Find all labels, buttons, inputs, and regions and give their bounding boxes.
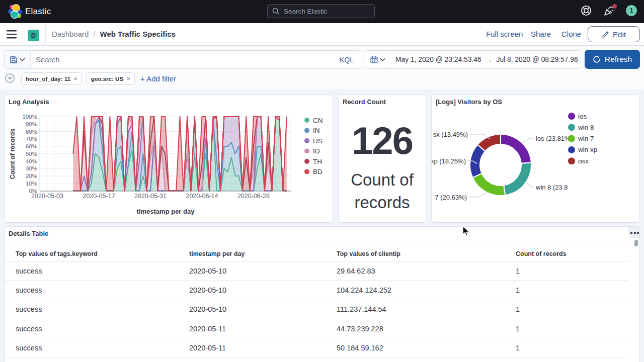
panel-visitors-by-os: [Logs] Visitors by OS ios (23.81%win 8 (…	[431, 95, 640, 223]
table-row[interactable]: success2020-05-10111.237.144.541	[5, 300, 628, 319]
table-cell: 1	[516, 325, 628, 333]
filter-icon[interactable]	[5, 73, 15, 83]
calendar-icon	[370, 56, 378, 63]
global-header: Elastic Search Elastic 1	[0, 0, 644, 23]
column-header[interactable]: timestamp per day	[189, 250, 337, 257]
refresh-button-label: Refresh	[605, 55, 632, 64]
table-row[interactable]: success2020-05-1029.64.62.831	[5, 261, 628, 281]
table-header-row: Top values of tags.keywordtimestamp per …	[5, 247, 628, 261]
remove-filter-icon[interactable]: ×	[126, 75, 130, 82]
svg-text:2020-06-28: 2020-06-28	[237, 193, 270, 200]
svg-text:ID: ID	[313, 147, 320, 155]
column-header[interactable]: Count of records	[516, 250, 628, 257]
table-cell: success	[16, 344, 189, 352]
table-cell: 1	[516, 267, 628, 275]
elastic-logo[interactable]	[4, 2, 24, 22]
save-icon	[10, 56, 18, 64]
panel-title: Details Table	[9, 230, 48, 237]
query-section: Search KQL May 1, 2020 @ 23:24:53.46 → J…	[0, 46, 644, 89]
date-range-arrow: →	[486, 56, 493, 64]
search-icon	[272, 8, 280, 15]
chevron-down-icon	[380, 58, 385, 61]
global-search-input[interactable]: Search Elastic	[267, 4, 375, 18]
kql-toggle[interactable]: KQL	[340, 56, 354, 64]
svg-text:ios: ios	[578, 113, 587, 120]
refresh-icon	[593, 55, 601, 63]
clone-link[interactable]: Clone	[561, 30, 581, 38]
svg-text:sx (13.49%): sx (13.49%)	[433, 131, 468, 138]
global-search-placeholder: Search Elastic	[284, 8, 327, 15]
svg-text:timestamp per day: timestamp per day	[137, 208, 195, 215]
pencil-icon	[602, 31, 609, 38]
breadcrumb-dashboard[interactable]: Dashboard	[52, 30, 89, 38]
query-input-placeholder[interactable]: Search	[36, 55, 340, 64]
table-cell: 111.237.144.54	[337, 305, 516, 313]
svg-text:US: US	[313, 137, 323, 145]
table-cell: 1	[516, 286, 628, 294]
table-cell: 2020-05-10	[189, 267, 337, 275]
panel-title: Record Count	[343, 98, 386, 106]
visitors-by-os-chart[interactable]: ios (23.81%win 8 (23.8sx (13.49%)xp (18.…	[432, 95, 639, 222]
svg-text:BD: BD	[313, 168, 323, 175]
divider	[22, 23, 22, 46]
table-cell: 2020-05-11	[189, 325, 337, 333]
svg-text:2020-05-31: 2020-05-31	[134, 193, 167, 200]
add-filter-link[interactable]: + Add filter	[140, 74, 176, 83]
date-to[interactable]: Jul 8, 2020 @ 08:29:57.96	[497, 56, 578, 63]
metric-value: 126	[339, 122, 426, 160]
filter-pill-group: hour_of_day: 11 × geo.src: US × + Add fi…	[21, 72, 176, 85]
svg-text:100%: 100%	[23, 114, 37, 120]
log-analysis-chart[interactable]: 0%10%20%30%40%50%60%70%80%90%100%2020-05…	[5, 95, 333, 222]
saved-query-menu[interactable]	[5, 51, 31, 68]
svg-text:xp (18.25%): xp (18.25%)	[432, 157, 466, 165]
svg-text:80%: 80%	[26, 129, 37, 135]
column-header[interactable]: Top values of tags.keyword	[16, 250, 189, 257]
share-link[interactable]: Share	[531, 30, 551, 38]
filter-pill-hour-of-day[interactable]: hour_of_day: 11 ×	[21, 72, 82, 85]
table-cell: success	[16, 267, 189, 275]
table-row[interactable]: success2020-05-1144.73.239.2281	[5, 319, 628, 338]
breadcrumb: Dashboard / Web Traffic Specifics	[52, 30, 176, 38]
table-cell: 104.224.124.252	[337, 286, 516, 294]
kql-search-bar[interactable]: Search KQL	[4, 50, 361, 69]
table-cell: 1	[516, 305, 628, 313]
table-cell: success	[16, 286, 189, 294]
dashboard-app-badge[interactable]: D	[28, 30, 39, 41]
svg-text:90%: 90%	[26, 121, 37, 127]
svg-text:7 (20.63%): 7 (20.63%)	[435, 194, 467, 201]
table-row[interactable]: success2020-05-1150.184.59.1621	[5, 338, 628, 357]
avatar[interactable]: 1	[626, 5, 637, 16]
refresh-button[interactable]: Refresh	[585, 50, 640, 69]
breadcrumb-separator: /	[93, 30, 95, 38]
filter-pill-geo-src[interactable]: geo.src: US ×	[87, 72, 135, 85]
svg-text:70%: 70%	[26, 136, 37, 142]
chevron-down-icon	[20, 58, 25, 61]
svg-text:win 8: win 8	[578, 124, 594, 131]
svg-text:TH: TH	[313, 158, 322, 165]
column-header[interactable]: Top values of clientip	[337, 250, 516, 257]
table-cell: success	[16, 325, 189, 333]
menu-icon[interactable]	[7, 30, 17, 39]
breadcrumb-current: Web Traffic Specifics	[100, 30, 176, 38]
svg-text:Count of records: Count of records	[9, 129, 16, 179]
filter-bar: hour_of_day: 11 × geo.src: US × + Add fi…	[0, 70, 644, 87]
filter-pill-label: geo.src: US	[91, 75, 123, 82]
svg-text:2020-06-14: 2020-06-14	[186, 193, 218, 200]
svg-text:CN: CN	[313, 117, 323, 124]
svg-text:win xp: win xp	[578, 146, 597, 153]
table-row[interactable]: success2020-05-10104.224.124.2521	[5, 281, 628, 300]
date-picker[interactable]: May 1, 2020 @ 23:24:53.46 → Jul 8, 2020 …	[365, 50, 581, 69]
panel-log-analysis: Log Analysis 0%10%20%30%40%50%60%70%80%9…	[4, 95, 333, 223]
svg-text:20%: 20%	[26, 173, 37, 179]
date-quick-menu[interactable]	[365, 51, 390, 68]
table-cell: 50.184.59.162	[337, 344, 516, 352]
help-icon[interactable]	[580, 5, 592, 17]
date-from[interactable]: May 1, 2020 @ 23:24:53.46	[395, 56, 481, 63]
full-screen-link[interactable]: Full screen	[486, 30, 523, 38]
mouse-cursor	[462, 226, 470, 237]
panel-options-icon[interactable]	[628, 227, 640, 238]
scrollbar-thumb[interactable]	[634, 240, 638, 246]
edit-button[interactable]: Edit	[588, 26, 640, 42]
remove-filter-icon[interactable]: ×	[73, 75, 77, 82]
panel-record-count: Record Count 126 Count of records	[338, 95, 426, 223]
